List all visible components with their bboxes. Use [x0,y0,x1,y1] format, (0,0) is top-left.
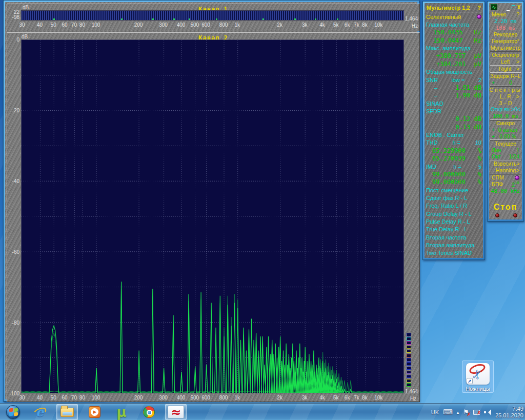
label-pulse-delay[interactable]: Pulse Delay R - L [426,217,481,225]
menu-button[interactable]: Меню? [490,11,521,18]
minimize-button[interactable]: _ [507,5,510,10]
snipping-tool-icon: ✂ ➚ [466,363,490,385]
label-group-delay[interactable]: Group Delay R - L [426,210,481,217]
label-main-frequency[interactable]: Главная частота [426,21,481,28]
taskbar-windows-explorer[interactable] [56,404,78,420]
label-sfdr[interactable]: SFDR [426,107,481,115]
taskbar-internet-explorer[interactable]: e [29,404,51,420]
label-second-frequency[interactable]: Вторая частота [426,233,481,241]
desktop-icon-snipping-tool[interactable]: ✂ ➚ Ножницы [458,361,498,393]
label-max-amplitude[interactable]: Макс. амплитуда [426,44,481,52]
text-segment: 0.13 dB [455,124,481,131]
text-segment: % [478,147,481,154]
right-channel-trace [22,282,403,393]
channel1-spectrum-strip[interactable] [21,10,404,21]
x-tick-label: 10k [372,395,385,401]
oscilloscope-button[interactable]: Осциллогр [490,51,521,58]
palette-swatch[interactable] [407,358,411,362]
keyboard-layout-icon[interactable]: ⌨ [443,408,453,416]
indicator-orb[interactable] [477,14,481,19]
palette-swatch[interactable] [407,362,411,366]
value-max-amplitude-l: +380.757µV [426,52,481,60]
taskbar-utorrent[interactable]: µ [111,404,132,420]
palette-swatch[interactable] [407,354,411,357]
taskbar-spectralab[interactable]: ≈ [165,404,187,420]
spectra-lr-button[interactable]: L , R> [490,93,521,99]
taskbar-media-player[interactable]: ▶ [84,404,105,420]
window-function-button[interactable]: Hanning> [490,167,521,174]
palette-swatch[interactable] [407,333,411,336]
palette-swatch[interactable] [407,346,411,349]
right-channel-button[interactable]: Right> [490,66,521,73]
action-center-flag-icon[interactable]: ⚑✗ [463,408,469,416]
label-snr[interactable]: SNRlow =2 [426,76,481,84]
network-status-icon[interactable]: ✗ [473,410,480,415]
text-segment: 99.000000 [432,171,466,178]
x-tick-label: 40 [33,395,46,401]
label-phase-shift[interactable]: Сдвиг фаз R - L [426,194,481,202]
indicator-orb[interactable] [515,175,519,180]
label-two-tones-sinad[interactable]: Two Tones SINAD [426,249,481,257]
restore-button[interactable] [512,5,515,9]
multimeter-help-button[interactable]: ? [477,5,481,11]
generator-button[interactable]: Генератор° [490,37,521,44]
language-indicator[interactable]: UK [431,409,439,415]
label-enob-carrier[interactable]: ENOB . Carrier [426,131,481,138]
multimeter-button[interactable]: Мультиметр [490,44,521,51]
multimeter-titlebar[interactable]: Мультиметр 1,2 ? [425,3,483,12]
text-segment: SFDR [426,108,441,114]
left-channel-button[interactable]: Left> [490,58,521,66]
palette-swatch[interactable] [407,367,411,370]
lin-value[interactable]: Лин1 [490,147,521,153]
label-second-amplitude[interactable]: Вторая амплитуда [426,241,481,249]
spectra-label[interactable]: Спектры [490,86,521,93]
palette-swatch[interactable] [407,379,411,383]
text-segment: Макс. амплитуда [426,45,471,51]
weighting-button[interactable]: Взвесить> [490,161,521,167]
text-segment: Пост. смещение [426,187,468,193]
palette-swatch[interactable] [407,375,411,378]
text-segment: Freq. Ratio L / R [426,203,467,209]
label-sinad[interactable]: SINAD [426,99,481,107]
close-button[interactable]: X [517,5,520,10]
selective-toggle[interactable]: Селективный [426,13,481,21]
recorder-button[interactable]: Рекордер [490,31,521,38]
label-freq-ratio[interactable]: Freq. Ratio L / R [426,202,481,210]
text-segment: ENOB . Carrier [426,132,464,138]
text-segment: 1 [516,147,519,153]
text-segment: Общая мощность [426,69,472,75]
text-segment: % [478,171,481,178]
fft-size[interactable]: БПФ215 [490,181,521,188]
text-segment: h = [452,139,460,146]
start-button[interactable] [2,404,24,420]
psd-toggle[interactable]: СПМ [490,174,521,181]
spectra-3d-button[interactable]: 3 – D [490,99,521,106]
channel2-hz-label: Hz [410,396,416,402]
palette-swatch[interactable] [407,383,411,387]
volume-icon[interactable] [484,409,491,415]
hidden-icons-chevron[interactable]: ▴ [457,410,459,415]
palette-swatch[interactable] [407,350,411,353]
text-segment: Right [499,66,512,72]
text-segment: 5 [478,164,481,170]
value-imd-l: 99.000000% [426,170,481,178]
sync-label[interactable]: Синхро [490,120,521,127]
delay-label[interactable]: Задерж R–L [490,73,521,79]
label-imd[interactable]: IMDh =5 [426,163,481,170]
taskbar-clock[interactable]: 7:49 25.01.2020 [495,406,523,419]
label-total-power[interactable]: Общая мощность [426,68,481,76]
palette-swatch[interactable] [407,337,411,341]
palette-swatch[interactable] [407,371,411,374]
label-true-delay[interactable]: True Delay R - L [426,226,481,233]
text-segment: SINAD [426,101,443,107]
label-dc-offset[interactable]: Пост. смещение [426,186,481,194]
current-label[interactable]: Текущее [490,140,521,147]
open-input-label[interactable]: Откр.вх.>0< [490,106,521,113]
label-thd[interactable]: THDh =10 [426,139,481,147]
stop-button[interactable]: Стоп [489,203,522,212]
channel2-plot[interactable] [21,39,404,393]
oct-value[interactable]: Окт1/24 [490,153,521,161]
menu-titlebar[interactable]: ∿ _ X [489,3,522,11]
taskbar-chrome[interactable] [138,404,159,420]
palette-swatch[interactable] [407,341,411,345]
